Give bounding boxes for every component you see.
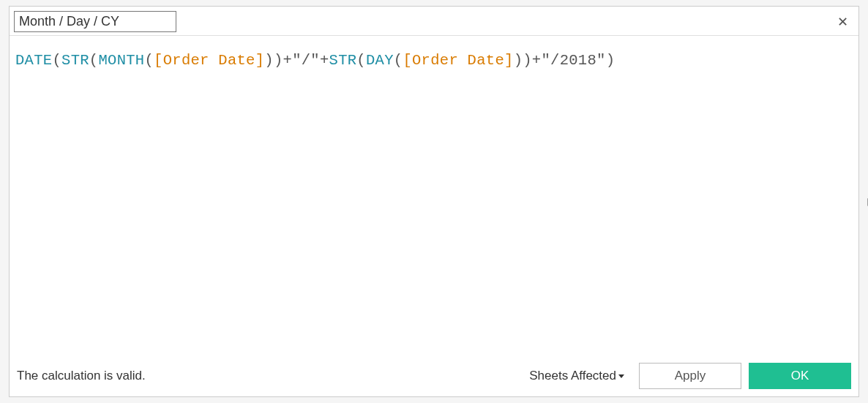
formula-token-field: [Order Date] — [154, 52, 264, 69]
formula-token-punct: + — [320, 52, 329, 69]
apply-button[interactable]: Apply — [639, 363, 741, 389]
formula-token-field: [Order Date] — [403, 52, 513, 69]
formula-token-punct: ))+ — [514, 52, 542, 69]
sheets-affected-dropdown[interactable]: Sheets Affected — [529, 369, 624, 383]
formula-editor[interactable]: DATE(STR(MONTH([Order Date]))+"/"+STR(DA… — [10, 36, 858, 355]
formula-token-func: STR — [329, 52, 357, 69]
formula-token-func: DAY — [366, 52, 394, 69]
formula-token-punct: ( — [89, 52, 99, 69]
formula-token-punct: ))+ — [264, 52, 292, 69]
formula-token-str: "/" — [292, 52, 320, 69]
dialog-footer: The calculation is valid. Sheets Affecte… — [10, 355, 858, 396]
calculation-editor-dialog: ✕ DATE(STR(MONTH([Order Date]))+"/"+STR(… — [9, 6, 859, 397]
field-name-input[interactable] — [14, 11, 176, 32]
formula-token-punct: ) — [606, 52, 616, 69]
ok-button[interactable]: OK — [749, 363, 851, 389]
formula-token-str: "/2018" — [541, 52, 605, 69]
chevron-down-icon — [618, 374, 624, 378]
formula-token-punct: ( — [356, 52, 366, 69]
formula-token-func: STR — [61, 52, 89, 69]
dialog-header: ✕ — [10, 7, 858, 36]
formula-token-punct: ( — [52, 52, 61, 69]
validation-status: The calculation is valid. — [17, 369, 146, 383]
formula-token-punct: ( — [144, 52, 154, 69]
sheets-affected-label: Sheets Affected — [529, 369, 616, 383]
close-icon[interactable]: ✕ — [834, 15, 851, 29]
formula-token-func: DATE — [15, 52, 52, 69]
formula-token-punct: ( — [394, 52, 403, 69]
formula-token-func: MONTH — [98, 52, 144, 69]
